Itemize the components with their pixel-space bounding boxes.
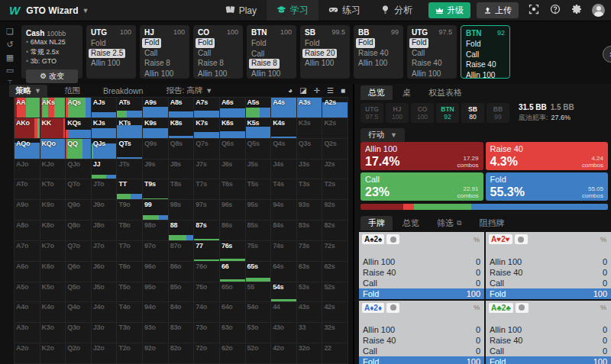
matrix-cell-Q4o[interactable]: Q4o [66, 302, 91, 322]
matrix-cell-JTo[interactable]: JTo [92, 179, 117, 199]
matrix-cell-97o[interactable]: 97o [143, 241, 168, 261]
matrix-cell-A2s[interactable]: A2s [322, 98, 348, 118]
matrix-cell-84o[interactable]: 84o [169, 302, 194, 322]
matrix-cell-A6s[interactable]: A6s [220, 98, 245, 118]
matrix-cell-63o[interactable]: 63o [220, 323, 245, 343]
matrix-cell-T2s[interactable]: T2s [322, 179, 348, 199]
action-option[interactable]: Call [412, 49, 425, 57]
matrix-cell-T3o[interactable]: T3o [117, 323, 142, 343]
matrix-cell-42o[interactable]: 42o [271, 343, 296, 363]
matrix-cell-K6s[interactable]: K6s [220, 118, 245, 138]
overview-tab-1[interactable]: 桌 [395, 85, 419, 100]
scan-icon[interactable] [528, 4, 540, 17]
matrix-cell-32o[interactable]: 32o [297, 343, 322, 363]
matrix-cell-Q2s[interactable]: Q2s [322, 139, 348, 159]
matrix-cell-KJs[interactable]: KJs [92, 118, 117, 138]
help-icon[interactable] [549, 4, 561, 17]
matrix-cell-Q3s[interactable]: Q3s [297, 139, 322, 159]
nav-item-练习[interactable]: 练习 [318, 0, 370, 21]
action-summary-allin-100[interactable]: Allin 10017.4%17.29combos [360, 142, 483, 170]
matrix-cell-98s[interactable]: 98s [169, 200, 194, 220]
matrix-cell-K8o[interactable]: K8o [40, 221, 66, 240]
matrix-cell-74o[interactable]: 74o [194, 302, 219, 322]
matrix-cell-Q7o[interactable]: Q7o [66, 241, 91, 261]
history-box-hj[interactable]: HJ100FoldCallRaise 8Allin 100 [140, 25, 189, 79]
matrix-cell-93s[interactable]: 93s [297, 200, 322, 220]
app-title[interactable]: GTO Wizard [26, 5, 78, 16]
matrix-cell-86s[interactable]: 86s [220, 221, 245, 240]
matrix-cell-82s[interactable]: 82s [322, 221, 348, 240]
action-option[interactable]: Call [251, 50, 264, 58]
matrix-cell-Q3o[interactable]: Q3o [66, 323, 91, 343]
matrix-cell-J2o[interactable]: J2o [92, 343, 117, 363]
action-option[interactable]: Raise 40 [466, 60, 496, 69]
matrix-cell-J6s[interactable]: J6s [220, 159, 245, 179]
matrix-cell-T6s[interactable]: T6s [220, 179, 245, 199]
app-logo-icon[interactable]: W [9, 4, 20, 17]
upgrade-button[interactable]: 升级 [428, 2, 470, 18]
action-summary-raise-40[interactable]: Raise 404.3%4.24combos [486, 142, 609, 170]
matrix-cell-22[interactable]: 22 [322, 343, 348, 363]
matrix-cell-73o[interactable]: 73o [194, 323, 219, 343]
matrix-cell-AA[interactable]: AA [15, 98, 40, 118]
position-indicator-hj[interactable]: HJ100 [386, 103, 409, 123]
matrix-cell-T3s[interactable]: T3s [297, 179, 322, 199]
scroll-right-button[interactable]: › [603, 46, 611, 63]
matrix-cell-A9s[interactable]: A9s [143, 98, 168, 118]
matrix-cell-Q5o[interactable]: Q5o [66, 282, 91, 302]
matrix-cell-K7s[interactable]: K7s [194, 118, 219, 138]
ibeam-icon[interactable]: ⌶ [8, 79, 13, 84]
matrix-cell-ATo[interactable]: ATo [15, 179, 40, 199]
matrix-cell-64o[interactable]: 64o [220, 302, 245, 322]
action-option[interactable]: Allin 100 [198, 69, 227, 78]
action-dropdown[interactable]: 行动 ▼ [360, 128, 405, 142]
action-option[interactable]: Allin 100 [305, 59, 334, 67]
matrix-cell-KTs[interactable]: KTs [117, 118, 142, 138]
action-option[interactable]: Fold [466, 40, 480, 48]
matrix-cell-53o[interactable]: 53o [246, 323, 271, 343]
pie-icon[interactable]: ◕ [288, 86, 293, 95]
matrix-cell-A6o[interactable]: A6o [15, 262, 40, 282]
matrix-cell-AQs[interactable]: AQs [66, 98, 91, 118]
matrix-cell-66[interactable]: 66 [220, 262, 245, 282]
matrix-cell-KQs[interactable]: KQs [66, 118, 91, 138]
action-option[interactable]: Fold [142, 38, 161, 48]
action-option[interactable]: Allin 100 [412, 69, 441, 78]
matrix-cell-A4s[interactable]: A4s [271, 98, 296, 118]
position-indicator-sb[interactable]: SB80 [461, 103, 484, 123]
matrix-cell-76s[interactable]: 76s [220, 241, 245, 261]
matrix-cell-QTo[interactable]: QTo [66, 179, 91, 199]
matrix-cell-74s[interactable]: 74s [271, 241, 296, 261]
history-box-co[interactable]: CO100FoldCallRaise 8Allin 100 [193, 25, 243, 79]
action-option[interactable]: Raise 8 [144, 59, 170, 67]
matrix-cell-J4o[interactable]: J4o [92, 302, 117, 322]
history-box-btn[interactable]: BTN100FoldCallRaise 8Allin 100 [247, 25, 296, 79]
matrix-cell-72s[interactable]: 72s [322, 241, 348, 261]
action-summary-call[interactable]: Call23%22.91combos [360, 172, 483, 201]
matrix-cell-J8s[interactable]: J8s [169, 159, 194, 179]
matrix-cell-K5o[interactable]: K5o [40, 282, 66, 302]
matrix-cell-A9o[interactable]: A9o [15, 200, 40, 220]
matrix-cell-J5s[interactable]: J5s [246, 159, 271, 179]
matrix-tab-2[interactable]: Breakdown [97, 85, 150, 96]
matrix-cell-T5o[interactable]: T5o [117, 282, 142, 302]
action-option[interactable]: Allin 100 [91, 59, 120, 67]
matrix-cell-J3s[interactable]: J3s [297, 159, 322, 179]
matrix-cell-T5s[interactable]: T5s [246, 179, 271, 199]
position-indicator-utg[interactable]: UTG97.5 [360, 103, 383, 123]
matrix-cell-A4o[interactable]: A4o [15, 302, 40, 322]
overview-tab-0[interactable]: 总览 [360, 85, 393, 100]
matrix-cell-85s[interactable]: 85s [246, 221, 271, 240]
matrix-tab-0[interactable]: 策略▼ [9, 85, 47, 97]
matrix-cell-T8s[interactable]: T8s [169, 179, 194, 199]
overview-tab-2[interactable]: 权益表格 [421, 85, 470, 100]
contrast-icon[interactable]: ◪ [299, 86, 306, 95]
matrix-cell-J3o[interactable]: J3o [92, 323, 117, 343]
move-icon[interactable]: ✛ [314, 86, 320, 95]
matrix-cell-T4s[interactable]: T4s [271, 179, 296, 199]
matrix-cell-96o[interactable]: 96o [143, 262, 168, 282]
matrix-cell-KJo[interactable]: KJo [40, 159, 66, 179]
matrix-tab-3[interactable]: 报告: 高牌▼ [160, 85, 218, 97]
history-box-bb[interactable]: BB99FoldRaise 40Allin 100 [354, 25, 403, 79]
matrix-cell-75o[interactable]: 75o [194, 282, 219, 302]
